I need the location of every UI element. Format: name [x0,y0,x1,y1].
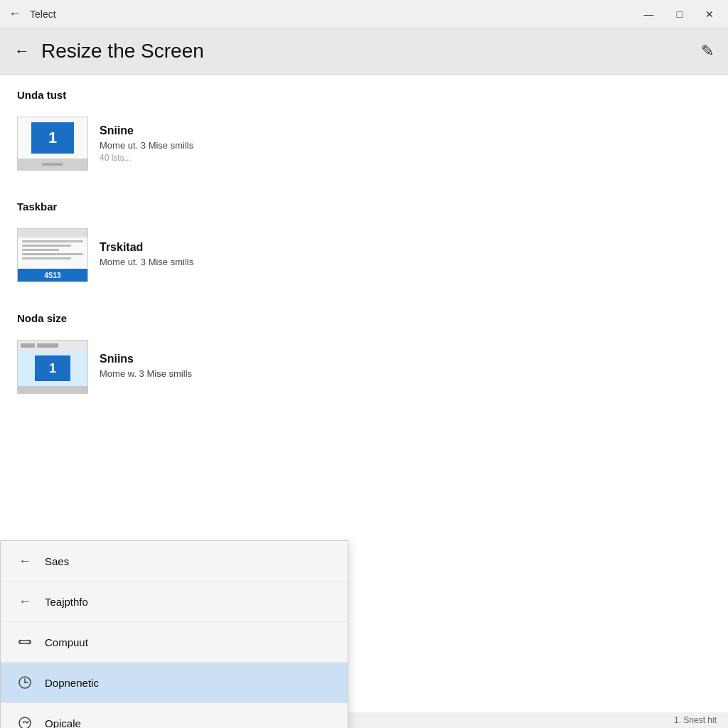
dropdown-item-teajpthfo[interactable]: ← Teajpthfo [1,582,348,622]
thumbnail-sniine: 1 [17,117,88,171]
thumb-number-sniine: 1 [31,122,74,154]
item-name-sniine: Sniine [100,124,711,137]
item-info-sniine: Sniine Mome ut. 3 Mise smills 40 lsts... [100,124,711,163]
close-button[interactable]: ✕ [700,6,719,23]
dropdown-item-compuut[interactable]: Compuut [1,622,348,663]
section-taskbar: Taskbar 4S13 Trskitad Mome ut. 3 Mise sm… [0,186,728,298]
maximize-button[interactable]: □ [671,6,688,23]
edit-icon[interactable]: ✎ [701,42,714,60]
titlebar-title: Telect [30,9,638,20]
dropdown-menu: ← Saes ← Teajpthfo Compuut Dopnenetic [0,540,348,728]
arrow-left-icon-saes: ← [15,551,35,571]
titlebar-back-button[interactable]: ← [9,6,21,21]
svg-line-9 [27,722,28,723]
dropdown-item-dopnenetic[interactable]: Dopnenetic [1,663,348,703]
item-subtitle-sniins: Mome w. 3 Mise smills [100,368,711,379]
dropdown-item-opicale[interactable]: Opicale [1,703,348,728]
page-back-button[interactable]: ← [14,42,30,60]
item-subtitle-trskitad: Mome ut. 3 Mise smills [100,257,711,267]
dropdown-item-saes[interactable]: ← Saes [1,541,348,582]
svg-point-8 [19,717,31,728]
section-unda-tust: Unda tust 1 Sniine Mome ut. 3 Mise smill… [0,75,728,186]
dropdown-label-saes: Saes [45,555,69,567]
item-name-trskitad: Trskitad [100,241,711,254]
item-info-trskitad: Trskitad Mome ut. 3 Mise smills [100,241,711,269]
clock-icon-dopnenetic [15,673,35,692]
list-item-sniine[interactable]: 1 Sniine Mome ut. 3 Mise smills 40 lsts.… [17,109,711,181]
item-info-sniins: Sniins Mome w. 3 Mise smills [100,353,711,381]
thumb-number-trskitad: 4S13 [18,269,87,282]
dropdown-label-teajpthfo: Teajpthfo [45,596,88,608]
section-noda-size: Noda size 1 Sniins Mome w. 3 Mise smills [0,298,728,410]
dropdown-label-opicale: Opicale [45,717,81,729]
item-name-sniins: Sniins [100,353,711,365]
item-subtitle-sniine: Mome ut. 3 Mise smills [100,140,711,151]
minimize-button[interactable]: — [638,6,660,23]
thumb-screen2-number: 1 [35,355,70,381]
page-header: ← Resize the Screen ✎ [0,28,728,75]
item-meta-sniine: 40 lsts... [100,153,711,163]
section-title-unda-tust: Unda tust [17,89,711,101]
section-title-noda-size: Noda size [17,312,711,324]
dropdown-label-compuut: Compuut [45,636,88,648]
arrow-left-icon-teajpthfo: ← [15,592,35,611]
list-item-trskitad[interactable]: 4S13 Trskitad Mome ut. 3 Mise smills [17,221,711,292]
list-item-sniins[interactable]: 1 Sniins Mome w. 3 Mise smills [17,333,711,404]
window-controls: — □ ✕ [638,6,719,23]
thumbnail-sniins: 1 [17,340,88,394]
circle-arrow-icon-opicale [15,713,35,728]
title-bar: ← Telect — □ ✕ [0,0,728,28]
page-title: Resize the Screen [41,40,701,63]
resize-icon-compuut [15,632,35,652]
dropdown-label-dopnenetic: Dopnenetic [45,677,99,689]
thumbnail-trskitad: 4S13 [17,228,88,282]
section-title-taskbar: Taskbar [17,200,711,213]
